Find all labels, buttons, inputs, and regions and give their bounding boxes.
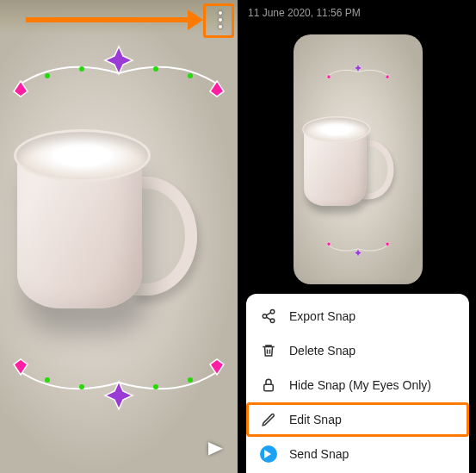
menu-item-label: Edit Snap xyxy=(289,413,342,426)
snap-photo xyxy=(0,0,238,473)
svg-point-9 xyxy=(263,314,267,319)
share-icon xyxy=(260,308,277,325)
svg-point-8 xyxy=(270,310,275,314)
menu-item-label: Send Snap xyxy=(289,447,349,461)
more-menu-button[interactable] xyxy=(212,7,229,33)
menu-item-edit-snap[interactable]: Edit Snap xyxy=(246,402,469,437)
send-filled-icon xyxy=(260,445,277,463)
mug-illustration xyxy=(304,116,390,211)
more-vertical-icon xyxy=(219,11,222,15)
snap-detail-view: 11 June 2020, 11:56 PM xyxy=(239,0,476,473)
svg-rect-11 xyxy=(264,384,274,391)
send-caret-icon[interactable]: ▶ xyxy=(208,437,223,457)
menu-item-delete-snap[interactable]: Delete Snap xyxy=(246,333,469,368)
menu-item-export-snap[interactable]: Export Snap xyxy=(246,299,469,333)
snap-timestamp: 11 June 2020, 11:56 PM xyxy=(248,7,361,19)
svg-point-10 xyxy=(270,319,275,323)
menu-item-send-snap[interactable]: Send Snap xyxy=(246,437,469,471)
menu-item-label: Delete Snap xyxy=(289,344,355,358)
trash-icon xyxy=(260,342,277,359)
snap-actions-sheet: Export Snap Delete Snap Hide Snap (My Ey… xyxy=(246,294,469,473)
lock-icon xyxy=(260,377,277,394)
menu-item-label: Export Snap xyxy=(289,309,355,323)
snap-fullscreen-view: ▶ xyxy=(0,0,239,473)
sticker-border-bottom xyxy=(322,240,393,260)
menu-item-hide-snap[interactable]: Hide Snap (My Eyes Only) xyxy=(246,368,469,402)
mug-illustration xyxy=(17,129,189,319)
sticker-border-top xyxy=(322,60,393,81)
pencil-icon xyxy=(260,411,277,428)
snap-thumbnail[interactable] xyxy=(294,34,423,284)
menu-item-label: Hide Snap (My Eyes Only) xyxy=(289,378,431,392)
